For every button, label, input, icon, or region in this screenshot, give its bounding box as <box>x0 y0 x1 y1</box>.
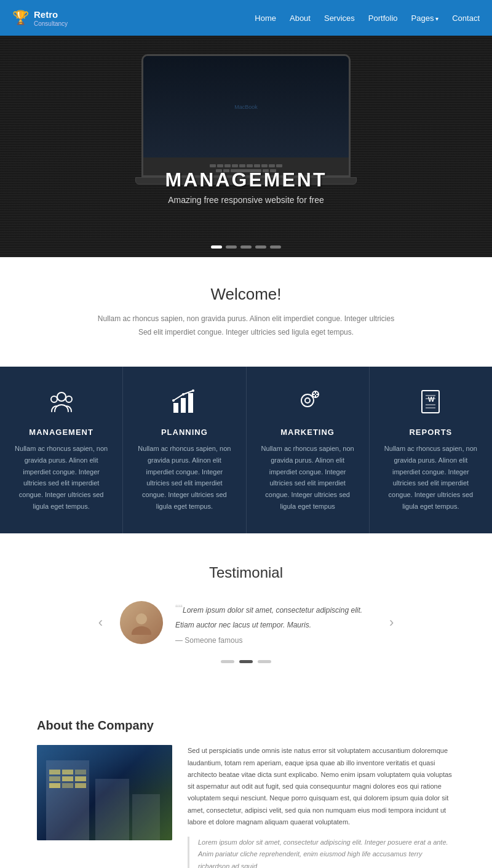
welcome-section: Welcome! Nullam ac rhoncus sapien, non g… <box>0 257 492 367</box>
svg-rect-3 <box>173 403 178 413</box>
brand-name: Retro <box>34 9 68 20</box>
testimonial-section: Testimonial ‹ Lorem ipsum dolor sit amet… <box>0 533 492 694</box>
testimonial-avatar <box>120 601 163 644</box>
nav-services[interactable]: Services <box>324 14 355 23</box>
about-title: About the Company <box>37 719 455 733</box>
welcome-line2: Sed elit imperdiet congue. Integer ultri… <box>49 326 443 340</box>
feature-reports-title: REPORTS <box>382 428 480 437</box>
svg-rect-5 <box>188 393 193 413</box>
svg-point-2 <box>66 396 72 402</box>
about-body: Sed ut perspiciatis unde omnis iste natu… <box>188 745 455 828</box>
svg-point-6 <box>172 399 175 402</box>
hero-dot-4[interactable] <box>255 245 266 249</box>
hero-title: MANAGEMENT <box>165 169 327 191</box>
trophy-icon: 🏆 <box>12 10 29 26</box>
about-section: About the Company <box>0 694 492 868</box>
marketing-icon <box>259 388 357 420</box>
hero-text-block: MANAGEMENT Amazing free responsive websi… <box>165 169 327 205</box>
brand-logo[interactable]: 🏆 Retro Consultancy <box>12 9 68 27</box>
feature-marketing-text: Nullam ac rhoncus sapien, non gravida pu… <box>259 443 357 512</box>
svg-point-0 <box>57 392 66 401</box>
testimonial-quote: Lorem ipsum dolor sit amet, consectetur … <box>175 600 372 631</box>
testimonial-dot-1[interactable] <box>221 660 234 663</box>
svg-rect-4 <box>181 398 186 413</box>
hero-dot-1[interactable] <box>211 245 222 249</box>
testimonial-title: Testimonial <box>37 564 455 581</box>
svg-point-14 <box>136 613 147 624</box>
svg-point-8 <box>192 389 194 392</box>
features-section: MANAGEMENT Nullam ac rhoncus sapien, non… <box>0 367 492 533</box>
feature-planning-text: Nullam ac rhoncus sapien, non gravida pu… <box>135 443 233 512</box>
feature-management: MANAGEMENT Nullam ac rhoncus sapien, non… <box>0 367 123 533</box>
brand-subtitle: Consultancy <box>34 20 68 27</box>
testimonial-carousel: ‹ Lorem ipsum dolor sit amet, consectetu… <box>37 600 455 645</box>
hero-subtitle: Amazing free responsive website for free <box>165 195 327 205</box>
svg-point-7 <box>182 393 184 396</box>
planning-icon <box>135 388 233 420</box>
hero-dot-3[interactable] <box>240 245 252 249</box>
testimonial-dot-3[interactable] <box>258 660 271 663</box>
feature-reports: W REPORTS Nullam ac rhoncus sapien, non … <box>370 367 492 533</box>
nav-home[interactable]: Home <box>255 14 276 23</box>
feature-marketing-title: MARKETING <box>259 428 357 437</box>
hero-carousel-dots[interactable] <box>211 245 281 249</box>
about-company-image <box>37 745 172 840</box>
feature-reports-text: Nullam ac rhoncus sapien, non gravida pu… <box>382 443 480 512</box>
testimonial-author: — Someone famous <box>175 636 372 645</box>
welcome-text: Nullam ac rhoncus sapien, non gravida pu… <box>49 313 443 339</box>
nav-pages[interactable]: Pages <box>411 14 439 23</box>
navbar: 🏆 Retro Consultancy Home About Services … <box>0 0 492 36</box>
hero-section: MacBook <box>0 36 492 257</box>
carousel-next-button[interactable]: › <box>384 610 399 635</box>
feature-planning-title: PLANNING <box>135 428 233 437</box>
hero-dot-2[interactable] <box>226 245 237 249</box>
testimonial-dots <box>37 660 455 663</box>
feature-management-title: MANAGEMENT <box>12 428 110 437</box>
nav-about[interactable]: About <box>290 14 311 23</box>
welcome-title: Welcome! <box>49 285 443 304</box>
svg-text:W: W <box>428 396 435 403</box>
testimonial-dot-2[interactable] <box>239 660 253 663</box>
nav-links: Home About Services Portfolio Pages Cont… <box>255 12 480 23</box>
hero-dot-5[interactable] <box>270 245 281 249</box>
management-icon <box>12 388 110 420</box>
nav-contact[interactable]: Contact <box>452 14 480 23</box>
svg-point-10 <box>305 398 310 403</box>
about-blockquote: Lorem ipsum dolor sit amet, consectetur … <box>188 837 455 868</box>
carousel-prev-button[interactable]: ‹ <box>93 610 108 635</box>
svg-point-15 <box>132 626 151 635</box>
testimonial-content: Lorem ipsum dolor sit amet, consectetur … <box>175 600 372 645</box>
feature-marketing: MARKETING Nullam ac rhoncus sapien, non … <box>247 367 370 533</box>
svg-point-9 <box>301 394 314 407</box>
about-quote: Lorem ipsum dolor sit amet, consectetur … <box>198 837 455 868</box>
welcome-line1: Nullam ac rhoncus sapien, non gravida pu… <box>49 313 443 326</box>
reports-icon: W <box>382 388 480 420</box>
feature-management-text: Nullam ac rhoncus sapien, non gravida pu… <box>12 443 110 512</box>
feature-planning: PLANNING Nullam ac rhoncus sapien, non g… <box>123 367 246 533</box>
about-content: Sed ut perspiciatis unde omnis iste natu… <box>37 745 455 868</box>
svg-point-1 <box>51 396 57 402</box>
nav-portfolio[interactable]: Portfolio <box>368 14 398 23</box>
about-text-block: Sed ut perspiciatis unde omnis iste natu… <box>188 745 455 868</box>
